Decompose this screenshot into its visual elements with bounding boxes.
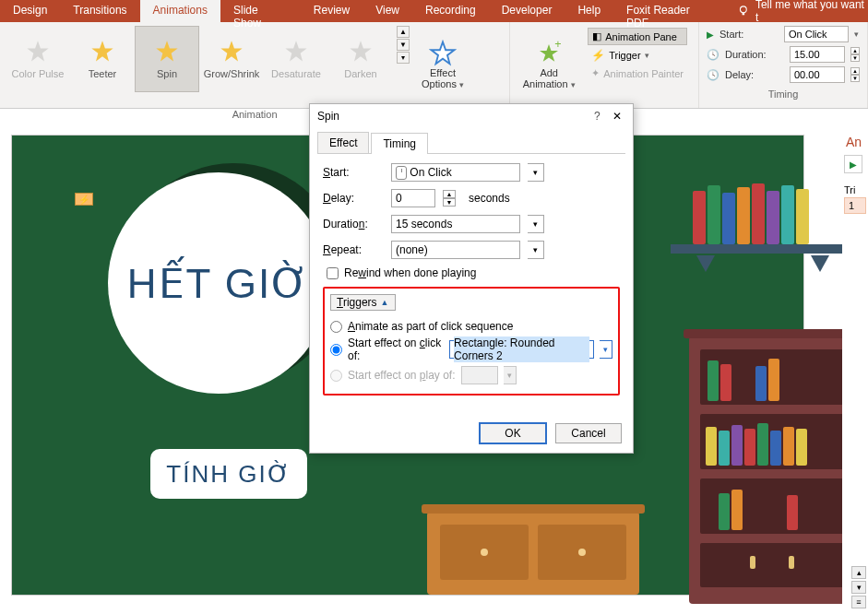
duration-field[interactable]: 15.00 [790,46,845,63]
decor-dresser [427,512,639,595]
tinh-gio-button[interactable]: TÍNH GIỜ [150,449,307,499]
gallery-up-button[interactable]: ▲ [397,26,410,38]
dlg-delay-spinner[interactable]: ▲▼ [443,190,456,207]
tab-review[interactable]: Review [301,0,363,22]
tab-developer[interactable]: Developer [489,0,565,22]
gallery-more-button[interactable]: ▾ [397,52,410,64]
anim-spin[interactable]: Spin [135,26,199,92]
duration-label: Duration: [725,49,784,60]
delay-label: Delay: [725,69,784,80]
anim-teeter[interactable]: Teeter [70,26,135,92]
tab-recording[interactable]: Recording [412,0,489,22]
dlg-delay-label: Delay: [323,192,384,205]
lightbulb-icon [737,5,750,18]
anim-label: Spin [157,68,177,79]
timer-circle[interactable]: HẾT GIỜ [108,172,329,394]
play-of-select-btn: ▾ [504,366,517,384]
dlg-start-value: On Click [410,166,451,179]
animation-pane-button[interactable]: ◧ Animation Pane [588,28,687,45]
radio-click-of[interactable] [330,344,342,356]
cancel-button[interactable]: Cancel [555,423,622,443]
play-icon: ▶ [850,159,857,170]
chevron-down-icon[interactable]: ▾ [854,30,859,39]
radio-play-of [330,370,342,382]
dlg-repeat-value: (none) [396,243,428,256]
delay-spinner[interactable]: ▲▼ [850,67,860,82]
svg-point-0 [741,6,747,13]
dlg-repeat-dropdown[interactable]: (none) [391,241,520,259]
animation-pane-fragment: An ▶ Tri 1 [842,131,868,610]
tab-timing[interactable]: Timing [371,133,428,154]
tab-view[interactable]: View [363,0,412,22]
play-from-button[interactable]: ▶ [844,155,862,173]
triggers-toggle-button[interactable]: Triggers ▲ [330,294,396,311]
pane-icon: ◧ [592,30,601,42]
dialog-help-button[interactable]: ? [589,110,606,123]
dlg-delay-unit: seconds [469,192,510,205]
add-animation-label: AddAnimation ▾ [523,67,576,89]
animation-badge[interactable]: ⚡ [75,193,93,206]
ok-button[interactable]: OK [480,423,546,443]
decor-bookcase [689,337,855,604]
dlg-start-label: Start: [323,166,384,179]
tab-transitions[interactable]: Transitions [60,0,139,22]
animation-item[interactable]: 1 [844,197,866,214]
tab-slideshow[interactable]: Slide Show [220,0,301,22]
rewind-checkbox[interactable] [327,267,339,279]
dlg-delay-field[interactable]: 0 [391,189,435,207]
dlg-duration-value: 15 seconds [396,218,452,230]
radio-click-sequence[interactable] [330,321,342,333]
tab-effect[interactable]: Effect [317,132,369,153]
anim-desaturate[interactable]: Desaturate [264,26,328,92]
anim-darken[interactable]: Darken [328,26,393,92]
dialog-close-button[interactable]: ✕ [609,110,625,123]
duration-spinner[interactable]: ▲▼ [850,47,860,62]
tab-design[interactable]: Design [0,0,60,22]
star-icon [25,39,51,65]
slide-prev-button[interactable]: ▴ [851,566,866,579]
tab-help[interactable]: Help [565,0,613,22]
clock-icon: 🕓 [707,69,719,81]
start-dropdown[interactable]: On Click [784,26,849,42]
dlg-repeat-dropdown-btn[interactable]: ▾ [528,241,544,259]
dlg-duration-dropdown-btn[interactable]: ▾ [528,215,544,233]
add-animation-button[interactable]: + AddAnimation ▾ [516,26,582,103]
trigger-object-select[interactable]: Rectangle: Rounded Corners 2 [449,340,594,359]
slide-nav-menu-button[interactable]: ≡ [851,596,866,608]
dlg-start-dropdown-btn[interactable]: ▾ [528,163,544,182]
triggers-label: Triggers [337,296,377,309]
collapse-up-icon: ▲ [381,298,389,307]
trigger-button[interactable]: ⚡ Trigger ▾ [588,47,687,64]
painter-icon: ✦ [591,67,600,79]
tell-me-search[interactable]: Tell me what you want t [737,0,868,22]
gallery-down-button[interactable]: ▼ [397,39,410,51]
effect-options-label: EffectOptions ▾ [422,67,464,89]
anim-label: Darken [344,68,376,79]
clock-icon: 🕓 [707,49,719,61]
effect-options-button[interactable]: EffectOptions ▾ [410,26,476,103]
trigger-object-value: Rectangle: Rounded Corners 2 [454,337,589,362]
dlg-repeat-label: Repeat: [323,243,384,256]
dlg-duration-dropdown[interactable]: 15 seconds [391,215,520,233]
het-gio-text: HẾT GIỜ [127,260,311,307]
anim-grow-shrink[interactable]: Grow/Shrink [199,26,264,92]
dlg-start-dropdown[interactable]: On Click [391,163,520,182]
animation-painter-button[interactable]: ✦ Animation Painter [588,65,687,81]
star-icon [348,39,374,65]
dialog-title: Spin [317,110,339,123]
delay-field[interactable]: 00.00 [790,66,845,83]
animation-pane-title: An [842,131,868,155]
radio-play-of-label: Start effect on play of: [348,369,456,382]
svg-marker-6 [285,41,306,61]
ribbon-tabs: Design Transitions Animations Slide Show… [0,0,868,22]
slide-next-button[interactable]: ▾ [851,581,866,594]
trigger-object-select-btn[interactable]: ▾ [600,340,612,359]
anim-color-pulse[interactable]: Color Pulse [6,26,70,92]
delay-value: 00.00 [794,69,820,80]
group-label-timing: Timing [699,87,867,103]
tab-foxit[interactable]: Foxit Reader PDF [613,0,726,22]
trigger-label: Trigger [609,50,640,61]
tab-animations[interactable]: Animations [140,0,220,22]
star-icon [154,39,180,65]
rewind-label: Rewind when done playing [344,266,476,279]
